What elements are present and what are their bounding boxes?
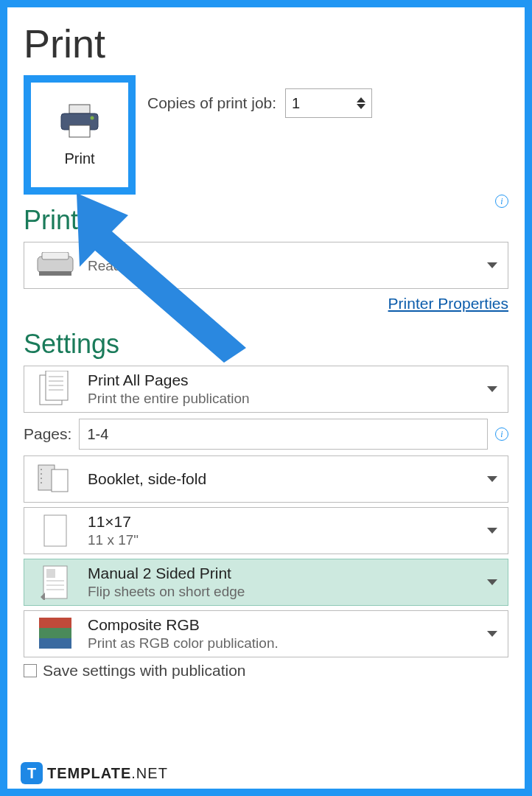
paper-icon: [43, 514, 68, 548]
settings-section-title: Settings: [24, 329, 508, 360]
print-range-subtitle: Print the entire publication: [88, 391, 250, 407]
watermark: T TEMPLATE.NET: [18, 761, 171, 786]
duplex-subtitle: Flip sheets on short edge: [88, 584, 245, 600]
paper-size-select[interactable]: 11×17 11 x 17": [24, 507, 508, 554]
svg-point-3: [91, 116, 94, 119]
printer-properties-link[interactable]: Printer Properties: [388, 295, 508, 312]
info-icon[interactable]: i: [495, 195, 508, 208]
svg-point-18: [41, 482, 42, 483]
svg-rect-21: [46, 569, 55, 578]
duplex-select[interactable]: Manual 2 Sided Print Flip sheets on shor…: [24, 559, 508, 606]
watermark-badge: T: [21, 762, 43, 784]
copies-area: Copies of print job: 1: [147, 88, 372, 118]
svg-rect-6: [39, 271, 71, 276]
svg-rect-26: [39, 628, 71, 638]
svg-rect-27: [39, 638, 71, 649]
booklet-icon: [37, 462, 74, 496]
svg-point-15: [41, 469, 42, 470]
print-button-label: Print: [64, 150, 94, 167]
chevron-down-icon: [487, 579, 497, 585]
printer-select[interactable]: Ready: [24, 242, 508, 289]
svg-point-16: [41, 473, 42, 475]
save-settings-checkbox[interactable]: [24, 664, 37, 677]
spinner-up-icon[interactable]: [357, 97, 365, 102]
chevron-down-icon: [487, 528, 497, 534]
chevron-down-icon: [487, 386, 497, 392]
print-panel: Print Print Copies of print job: 1 i Pri…: [0, 0, 532, 796]
chevron-down-icon: [487, 262, 497, 268]
paper-subtitle: 11 x 17": [88, 532, 139, 548]
info-icon[interactable]: i: [495, 427, 508, 441]
svg-rect-19: [44, 515, 66, 546]
print-range-title: Print All Pages: [88, 371, 250, 389]
rgb-icon: [39, 618, 71, 650]
pages-input[interactable]: [79, 419, 488, 450]
chevron-down-icon: [487, 631, 497, 637]
svg-rect-0: [69, 105, 90, 114]
printer-status: Ready: [88, 258, 128, 274]
color-title: Composite RGB: [88, 616, 279, 634]
pages-label: Pages:: [24, 425, 71, 443]
svg-point-17: [41, 478, 42, 479]
duplex-title: Manual 2 Sided Print: [88, 565, 245, 582]
color-select[interactable]: Composite RGB Print as RGB color publica…: [24, 610, 508, 657]
copies-label: Copies of print job:: [147, 94, 276, 112]
paper-title: 11×17: [88, 513, 139, 531]
svg-rect-5: [42, 252, 69, 259]
svg-rect-2: [69, 125, 90, 137]
chevron-down-icon: [487, 476, 497, 482]
save-settings-label: Save settings with publication: [43, 662, 246, 680]
printer-section-title: Printer: [24, 205, 508, 236]
layout-title: Booklet, side-fold: [88, 470, 206, 488]
duplex-icon: [41, 565, 70, 600]
copies-spinner[interactable]: 1: [285, 88, 372, 118]
pages-icon: [38, 371, 72, 408]
svg-rect-25: [39, 618, 71, 628]
print-range-select[interactable]: Print All Pages Print the entire publica…: [24, 366, 508, 413]
layout-select[interactable]: Booklet, side-fold: [24, 455, 508, 503]
page-title: Print: [24, 21, 508, 66]
copies-value: 1: [292, 95, 300, 112]
svg-rect-14: [52, 469, 68, 492]
color-subtitle: Print as RGB color publication.: [88, 635, 279, 652]
printer-device-icon: [35, 252, 76, 279]
printer-icon: [57, 103, 102, 142]
spinner-down-icon[interactable]: [357, 104, 365, 109]
print-button[interactable]: Print: [24, 75, 136, 195]
